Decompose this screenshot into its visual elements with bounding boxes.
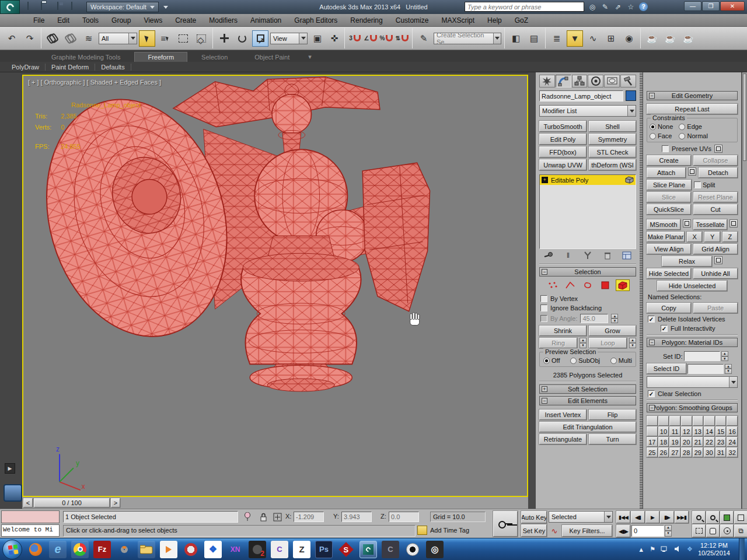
grid-align-button[interactable]: Grid Align <box>693 244 738 254</box>
viewport-tab-arrow-button[interactable]: ▶ <box>5 463 15 474</box>
constraint-face-radio[interactable] <box>650 133 656 139</box>
tray-volume-icon[interactable] <box>674 545 682 554</box>
set-key-button[interactable]: Set Key <box>521 524 547 537</box>
taskbar-explorer-icon[interactable] <box>138 541 155 558</box>
tray-flag-icon[interactable]: ⚑ <box>650 545 655 553</box>
add-time-tag[interactable]: Add Time Tag <box>430 525 486 536</box>
pin-stack-icon[interactable] <box>543 251 554 260</box>
show-end-result-icon[interactable]: ‖ <box>563 251 574 260</box>
edit-triangulation-button[interactable]: Edit Triangulation <box>539 422 636 432</box>
tab-selection[interactable]: Selection <box>189 52 240 62</box>
key-step-toggle[interactable]: ◀▮▶ <box>616 525 630 537</box>
material-editor-icon[interactable]: ◉ <box>621 30 637 47</box>
sg-button-31[interactable]: 31 <box>715 447 727 457</box>
taskbar-xnview-icon[interactable]: XN <box>226 541 244 558</box>
ribbon-minimize-icon[interactable]: ▾ <box>303 52 316 62</box>
sg-button[interactable] <box>715 416 727 426</box>
msmooth-button[interactable]: MSmooth <box>647 219 680 230</box>
sg-button-10[interactable]: 10 <box>658 426 669 436</box>
render-setup-icon[interactable]: ☕ <box>644 30 660 47</box>
curve-editor-icon[interactable]: ∿ <box>585 30 601 47</box>
zoom-all-icon[interactable] <box>706 511 720 524</box>
repeat-last-button[interactable]: Repeat Last <box>647 104 738 114</box>
select-object-icon[interactable] <box>139 30 155 47</box>
sg-button-28[interactable]: 28 <box>681 447 692 457</box>
reference-coordinate-dropdown[interactable]: View <box>270 33 308 44</box>
tab-object-paint[interactable]: Object Paint <box>242 52 302 62</box>
modifier-button-stl-check[interactable]: STL Check <box>589 146 636 158</box>
sg-button[interactable] <box>704 416 715 426</box>
menu-customize[interactable]: Customize <box>389 16 435 24</box>
maxscript-listener-line[interactable]: Welcome to Mi <box>1 524 60 537</box>
tab-hierarchy-icon[interactable] <box>572 75 588 88</box>
taskbar-ccleaner-icon[interactable] <box>182 541 200 558</box>
subtab-paint-deform[interactable]: Paint Deform <box>46 64 95 71</box>
modifier-button-edit-poly[interactable]: Edit Poly <box>539 134 587 145</box>
taskbar-clock[interactable]: 12:12 PM 10/25/2014 <box>698 542 734 557</box>
menu-create[interactable]: Create <box>169 16 203 24</box>
attach-button[interactable]: Attach <box>647 167 686 178</box>
modifier-button-symmetry[interactable]: Symmetry <box>589 134 636 145</box>
sg-button-16[interactable]: 16 <box>727 426 738 436</box>
graphite-ribbon-toggle-icon[interactable]: ▼ <box>567 30 583 47</box>
spinner-snap-icon[interactable]: ⇅ <box>395 30 409 47</box>
tray-network-icon[interactable] <box>661 545 669 554</box>
key-mode-dropdown[interactable]: Selected <box>549 511 613 523</box>
unlink-icon[interactable] <box>62 30 79 47</box>
rendered-frame-window-icon[interactable]: ☕ <box>662 30 678 47</box>
exchange-icon[interactable]: ⇗ <box>613 3 623 11</box>
constraint-none-radio[interactable] <box>650 124 656 130</box>
ring-spinner[interactable]: ▲▼ <box>580 338 587 348</box>
new-file-icon[interactable] <box>26 2 36 12</box>
sg-button-26[interactable]: 26 <box>658 447 669 457</box>
transform-typein-icon[interactable] <box>271 512 283 522</box>
subtab-polydraw[interactable]: PolyDraw <box>6 64 46 71</box>
taskbar-dropbox-icon[interactable]: ❖ <box>204 541 222 558</box>
snap-toggle-3d-icon[interactable]: 3 <box>348 30 362 47</box>
make-planar-x-button[interactable]: X <box>687 232 702 242</box>
next-frame-button[interactable]: > <box>111 498 120 508</box>
tray-dropbox-icon[interactable]: ❖ <box>687 545 693 553</box>
make-planar-z-button[interactable]: Z <box>722 232 738 242</box>
menu-animation[interactable]: Animation <box>244 16 288 24</box>
taskbar-substance-icon[interactable]: S <box>337 541 355 558</box>
toolbar-overflow-icon[interactable] <box>163 6 168 9</box>
configure-modifier-sets-icon[interactable] <box>621 251 633 260</box>
prev-frame-button[interactable]: < <box>23 498 33 508</box>
menu-views[interactable]: Views <box>137 16 169 24</box>
bind-spacewarp-icon[interactable]: ≋ <box>81 30 97 47</box>
attach-settings-button[interactable] <box>688 167 696 176</box>
save-file-icon[interactable] <box>56 2 67 12</box>
sg-button-19[interactable]: 19 <box>669 437 680 447</box>
border-mode-icon[interactable] <box>581 279 595 291</box>
edge-mode-icon[interactable] <box>563 279 577 291</box>
select-by-name-icon[interactable]: ≡ <box>157 30 173 47</box>
tab-motion-icon[interactable] <box>588 75 603 88</box>
go-to-start-button[interactable]: ▮◀◀ <box>616 511 630 523</box>
sg-button-25[interactable]: 25 <box>647 447 658 457</box>
start-button[interactable] <box>2 540 22 559</box>
previous-key-button[interactable]: ◀▮ <box>631 511 645 523</box>
preserve-uvs-checkbox[interactable] <box>662 145 669 152</box>
angle-snap-icon[interactable]: ∠ <box>364 30 378 47</box>
unhide-all-button[interactable]: Unhide All <box>693 268 738 279</box>
current-frame-field[interactable]: 0 <box>631 525 664 537</box>
modifier-stack[interactable]: + Editable Poly <box>539 174 636 249</box>
msmooth-settings-button[interactable] <box>683 219 691 228</box>
modifier-button-pathdeform[interactable]: thDeform (WSI <box>589 159 636 170</box>
by-angle-spinner[interactable]: ▲▼ <box>611 314 618 323</box>
constraint-edge-radio[interactable] <box>679 124 685 130</box>
next-key-button[interactable]: ▮▶ <box>660 511 674 523</box>
retriangulate-button[interactable]: Retriangulate <box>539 434 587 444</box>
minimize-button[interactable]: — <box>684 1 701 11</box>
align-icon[interactable]: ▤ <box>526 30 542 47</box>
hide-selected-button[interactable]: Hide Selected <box>647 268 691 279</box>
sg-button-23[interactable]: 23 <box>715 437 727 447</box>
menu-goz[interactable]: GoZ <box>508 16 535 24</box>
sg-button-17[interactable]: 17 <box>647 437 658 447</box>
by-vertex-checkbox[interactable] <box>540 295 547 302</box>
redo-icon[interactable]: ↷ <box>22 30 38 47</box>
time-tag-icon[interactable] <box>417 526 427 535</box>
sg-button[interactable] <box>693 416 704 426</box>
sg-button[interactable] <box>681 416 692 426</box>
